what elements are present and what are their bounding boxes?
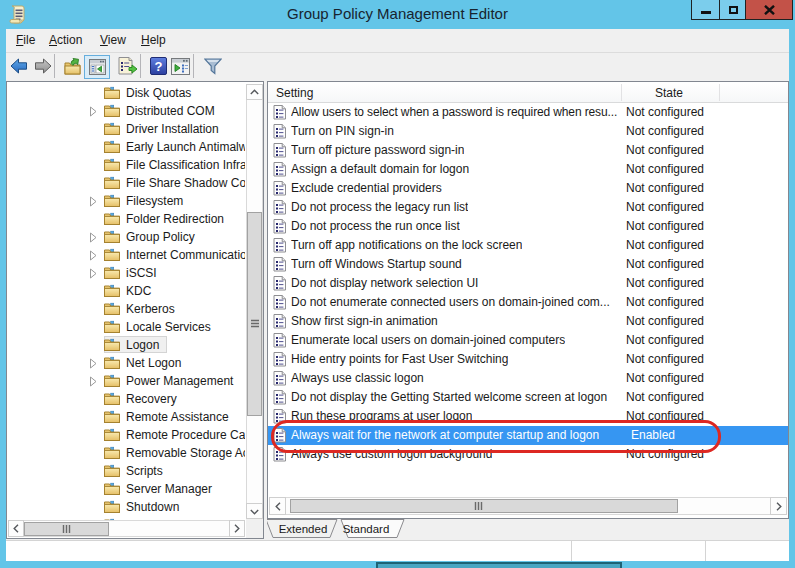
svg-text:Standard: Standard [343, 523, 390, 535]
svg-text:?: ? [155, 59, 163, 74]
svg-text:Extended: Extended [279, 523, 328, 535]
